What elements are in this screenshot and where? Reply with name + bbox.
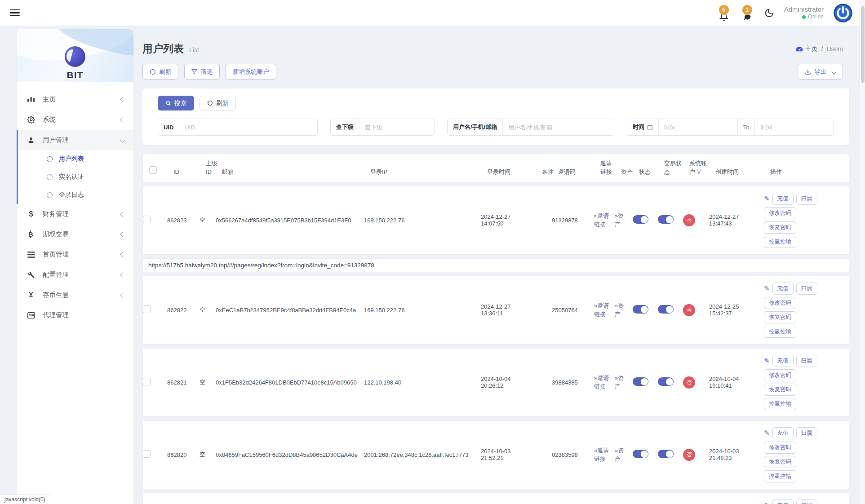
header-remark: 备注: [542, 168, 554, 177]
recharge-button[interactable]: 充值: [772, 500, 794, 504]
dark-mode-toggle[interactable]: [764, 8, 774, 18]
assets-link-button[interactable]: »资产: [615, 301, 628, 319]
row-checkbox[interactable]: [143, 216, 151, 223]
sidebar-item-agents[interactable]: 代理管理: [17, 305, 133, 325]
sidebar-item-staking[interactable]: ¥ 存币生息: [17, 285, 133, 305]
change-password-button[interactable]: 修改密码: [764, 297, 796, 309]
filter-icon[interactable]: [696, 169, 701, 174]
search-button[interactable]: 搜索: [158, 96, 194, 111]
restore-password-button[interactable]: 恢复密码: [764, 384, 796, 396]
bitcoin-icon: B: [27, 230, 35, 238]
change-password-button[interactable]: 修改密码: [764, 442, 796, 454]
sub-level-input[interactable]: [359, 124, 434, 131]
cell-actions: ✎ 充值 归属 修改密码 恢复密码 控赢控输: [764, 355, 849, 410]
cell-parent-id: 空: [200, 451, 211, 459]
filter-button[interactable]: 筛选: [184, 64, 220, 80]
sidebar-item-system[interactable]: 系统: [17, 110, 133, 130]
row-checkbox[interactable]: [143, 378, 151, 385]
recharge-button[interactable]: 充值: [772, 355, 794, 367]
row-checkbox[interactable]: [143, 305, 151, 313]
trade-status-toggle[interactable]: [658, 215, 674, 224]
cell-login-time: 2024-12-27 14:07:50: [481, 213, 531, 227]
invite-link-button[interactable]: »邀请链接: [594, 212, 610, 229]
sidebar-item-options-trading[interactable]: B 期权交易: [17, 224, 133, 244]
user-meta: Administrator Online: [784, 5, 824, 21]
invite-link-button[interactable]: »邀请链接: [594, 301, 610, 319]
chevron-left-icon: [120, 97, 125, 102]
cell-email: 0x1F5Eb32d24264F801DB0EbD77410e8c15Ab096…: [216, 379, 359, 386]
cell-created-time: 2024-12-25 15:42:37: [709, 303, 759, 317]
messages-button[interactable]: 1: [741, 5, 754, 21]
sidebar-item-user-management[interactable]: 用户管理: [18, 130, 133, 150]
recharge-button[interactable]: 充值: [772, 193, 794, 205]
refresh-button[interactable]: 刷新: [142, 64, 178, 80]
search-refresh-button[interactable]: 刷新: [200, 96, 236, 111]
recharge-button[interactable]: 充值: [772, 427, 794, 439]
sidebar-item-login-logs[interactable]: 登录日志: [18, 186, 133, 204]
win-loss-control-button[interactable]: 控赢控输: [764, 326, 796, 338]
export-button[interactable]: 导出: [798, 64, 843, 80]
status-toggle[interactable]: [633, 305, 648, 314]
belong-button[interactable]: 归属: [796, 193, 817, 205]
restore-password-button[interactable]: 恢复密码: [764, 456, 796, 468]
win-loss-control-button[interactable]: 控赢控输: [764, 470, 796, 482]
trade-status-toggle[interactable]: [658, 377, 674, 386]
breadcrumb-home-link[interactable]: 主页: [796, 45, 818, 53]
sidebar-item-finance[interactable]: $ 财务管理: [17, 204, 133, 224]
sidebar-item-homepage-management[interactable]: 首页管理: [17, 244, 133, 265]
chevron-left-icon: [120, 212, 125, 217]
avatar[interactable]: [834, 4, 852, 22]
status-toggle[interactable]: [633, 450, 648, 458]
status-toggle[interactable]: [633, 377, 648, 386]
change-password-button[interactable]: 修改密码: [764, 369, 796, 381]
table-row: 862819 空 0x1f6fBc11D0b1b0584D132098e4326…: [142, 493, 849, 504]
time-from-input[interactable]: [659, 124, 737, 131]
assets-link-button[interactable]: »资产: [615, 374, 628, 391]
sidebar-item-kyc[interactable]: 实名认证: [18, 168, 133, 186]
edit-icon[interactable]: ✎: [764, 357, 770, 365]
time-label: 时间: [627, 119, 658, 135]
recharge-button[interactable]: 充值: [772, 283, 794, 295]
belong-button[interactable]: 归属: [796, 283, 817, 295]
restore-password-button[interactable]: 恢复密码: [764, 311, 796, 323]
status-toggle[interactable]: [633, 215, 648, 224]
invite-link-button[interactable]: »邀请链接: [594, 374, 610, 391]
svg-text:B: B: [28, 230, 33, 238]
menu-toggle-icon[interactable]: [10, 8, 20, 18]
sidebar-item-user-list[interactable]: 用户列表: [18, 150, 133, 168]
invite-link-button[interactable]: »邀请链接: [594, 446, 610, 464]
trade-status-toggle[interactable]: [658, 305, 674, 314]
header-created-time[interactable]: 创建时间↑: [715, 168, 766, 177]
chevron-left-icon: [120, 292, 125, 297]
belong-button[interactable]: 归属: [796, 427, 817, 439]
assets-link-button[interactable]: »资产: [615, 446, 628, 464]
belong-button[interactable]: 归属: [796, 355, 817, 367]
download-icon: [805, 69, 811, 75]
edit-icon[interactable]: ✎: [764, 195, 770, 203]
assets-link-button[interactable]: »资产: [615, 212, 628, 229]
uid-input[interactable]: [179, 124, 317, 131]
belong-button[interactable]: 归属: [796, 500, 817, 504]
moon-icon: [764, 8, 774, 18]
edit-icon[interactable]: ✎: [764, 501, 770, 504]
add-system-account-button[interactable]: 新增系统账户: [226, 64, 276, 80]
row-checkbox[interactable]: [143, 450, 151, 458]
change-password-button[interactable]: 修改密码: [764, 207, 796, 219]
sidebar-item-config[interactable]: 配置管理: [17, 265, 133, 285]
refresh-icon: [150, 69, 156, 75]
win-loss-control-button[interactable]: 控赢控输: [764, 398, 796, 410]
message-badge: 1: [742, 5, 752, 15]
trade-status-toggle[interactable]: [658, 450, 674, 458]
restore-password-button[interactable]: 恢复密码: [764, 221, 796, 234]
username-input[interactable]: [503, 124, 614, 131]
sidebar-item-home[interactable]: 主页: [17, 89, 133, 110]
edit-icon[interactable]: ✎: [764, 429, 770, 437]
win-loss-control-button[interactable]: 控赢控输: [764, 236, 796, 248]
scrollbar-thumb[interactable]: [861, 6, 865, 83]
page-scrollbar[interactable]: [860, 0, 865, 504]
time-to-input[interactable]: [755, 124, 834, 131]
breadcrumb: 主页 / Users: [796, 45, 849, 53]
edit-icon[interactable]: ✎: [764, 284, 770, 292]
select-all-checkbox[interactable]: [149, 166, 157, 174]
notifications-button[interactable]: 5: [718, 5, 731, 21]
